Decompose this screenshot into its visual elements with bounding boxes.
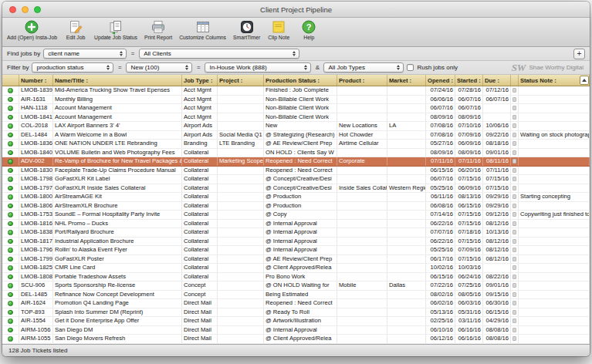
help-button[interactable]: ? Help — [297, 19, 320, 41]
table-row[interactable]: AIR-1554Get it Done Enterprise App Offer… — [2, 317, 590, 326]
job-production-status-cell: @ Client Approved/Relea — [264, 264, 337, 272]
job-product-cell — [337, 220, 387, 228]
job-type-cell: Collateral — [182, 255, 218, 264]
table-row[interactable]: HAN-1118Account ManagementAcct MgmtNon-B… — [2, 104, 590, 113]
table-row[interactable]: LMOB-1798GoFastXLR Kit LabelCollateral@ … — [2, 175, 590, 184]
job-project-cell — [218, 291, 264, 299]
job-type-filter-dropdown[interactable]: All Job Types — [323, 62, 404, 72]
add-find-criteria-button[interactable]: + — [573, 49, 585, 59]
job-production-status-cell: Non-Billable Client Work — [264, 96, 337, 104]
column-header-due[interactable]: Due : — [483, 75, 511, 86]
print-report-button[interactable]: Print Report — [144, 19, 172, 41]
job-number-cell: LMOB-1840 — [19, 149, 53, 157]
customize-columns-button[interactable]: Customize Columns — [179, 19, 226, 41]
table-row[interactable]: LMOB-1817Industrial Application Brochure… — [2, 238, 590, 247]
filter-field-dropdown[interactable]: production status — [32, 62, 113, 72]
job-status-dot-icon — [2, 273, 19, 281]
table-row[interactable]: AIRM-1056San Diego DMDirect Mail@ Intern… — [2, 326, 590, 335]
smarttimer-button[interactable]: SmartTimer — [233, 19, 260, 41]
dropdown-arrows-icon — [105, 65, 111, 70]
scroll-top-button[interactable] — [580, 76, 589, 85]
work-type-filter-dropdown[interactable]: In-House Work (888) — [205, 62, 311, 72]
toolbar-button-label: Print Report — [144, 35, 172, 41]
printer-icon — [151, 19, 166, 35]
job-opened-cell: 06/22/16 — [426, 238, 455, 246]
job-type-cell: Collateral — [182, 273, 218, 281]
table-row[interactable]: DEL-1484A Warm Welcome in a BowlAirport … — [2, 131, 590, 140]
job-product-cell: Airtime Cellular — [337, 140, 387, 148]
edit-job-button[interactable]: Edit Job — [64, 19, 87, 41]
job-market-cell — [387, 193, 426, 201]
job-product-cell — [337, 291, 387, 299]
rush-jobs-checkbox[interactable] — [407, 64, 414, 71]
note-indicator-icon — [511, 86, 519, 95]
table-row[interactable]: LMOB-1840VOLUME Bulletin and Web Photogr… — [2, 149, 590, 158]
table-row[interactable]: TOP-893Splash Into Summer DM (Reprint)Di… — [2, 308, 590, 318]
table-body[interactable]: LMOB-1839Mid-America Trucking Show Trave… — [2, 86, 590, 344]
job-production-status-cell: @ Strategizing (Research) — [264, 131, 337, 140]
table-row[interactable]: LMOB-1836ONE NATION UNDER LTE Rebranding… — [2, 140, 590, 149]
job-number-cell: HAN-1118 — [19, 104, 53, 113]
table-row[interactable]: LMOB-1753SoundE – Formal Hospitality Par… — [2, 211, 590, 220]
job-name-cell: ONE NATION UNDER LTE Rebranding — [53, 140, 182, 148]
table-row[interactable]: LMOB-1800AirStreamAGE KitCollateral@ Pro… — [2, 193, 590, 202]
table-row[interactable]: SCU-906Sports Sponsorship Re-licenseConc… — [2, 281, 590, 291]
job-opened-cell: 06/07/16 — [426, 104, 455, 113]
column-header-opened[interactable]: Opened : — [426, 75, 455, 86]
column-header-note-icon[interactable] — [511, 75, 519, 86]
update-job-status-button[interactable]: Update Job Status — [94, 19, 137, 41]
job-market-cell — [387, 96, 426, 104]
column-header-started[interactable]: Started : — [455, 75, 483, 86]
job-status-dot-icon — [2, 157, 19, 166]
job-market-cell — [387, 113, 426, 122]
table-row[interactable]: LMOB-1808Portable Tradeshow AssetsCollat… — [2, 273, 590, 282]
column-header-number[interactable]: Number : — [19, 75, 53, 86]
job-name-cell: Promotion Q4 Landing Page — [53, 299, 182, 308]
column-header-project[interactable]: Project : — [218, 75, 264, 86]
close-window-icon[interactable] — [9, 6, 16, 13]
zoom-window-icon[interactable] — [34, 6, 41, 13]
table-row[interactable]: AIR-1624Promotion Q4 Landing PageDirect … — [2, 299, 590, 308]
column-header-name[interactable]: Name/Title : — [53, 75, 182, 86]
column-header-status-dot[interactable] — [2, 75, 19, 86]
table-row[interactable]: LMOB-1806AirStreamXLR BrochureCollateral… — [2, 202, 590, 211]
table-row[interactable]: AIR-1631Monthly BillingAcct MgmtNon-Bill… — [2, 96, 590, 105]
table-row[interactable]: LMOB-1816NHL Promo – DucksCollateral@ In… — [2, 220, 590, 229]
column-header-production-status[interactable]: Production Status : — [264, 75, 337, 86]
table-row[interactable]: LMOB-1838Port/Railyard BrochureCollatera… — [2, 228, 590, 238]
table-row[interactable]: LMOB-1841Account ManagementAcct MgmtNon-… — [2, 113, 590, 123]
clip-note-button[interactable]: Clip Note — [267, 19, 290, 41]
note-indicator-icon — [511, 140, 519, 148]
window-controls — [9, 6, 41, 13]
job-due-cell: 07/12/16 — [483, 86, 511, 95]
column-header-market[interactable]: Market : — [387, 75, 426, 86]
find-field-dropdown[interactable]: client name — [43, 49, 127, 59]
table-row[interactable]: LMOB-1799GoFastXLR PosterCollateral@ AE … — [2, 255, 590, 265]
job-started-cell: 06/03/16 — [455, 299, 483, 308]
table-row[interactable]: COL-2018LAX Airport Banners 3' 4'Airport… — [2, 122, 590, 131]
find-bar: Find jobs by client name = All Clients + — [2, 47, 590, 61]
job-project-cell — [218, 317, 264, 325]
status-filter-dropdown[interactable]: New (100) — [126, 62, 192, 72]
job-number-cell: AIR-1554 — [19, 317, 53, 325]
job-status-note-cell — [519, 281, 590, 290]
column-header-product[interactable]: Product : — [337, 75, 387, 86]
note-indicator-icon — [511, 220, 519, 228]
title-bar[interactable]: Client Project Pipeline — [2, 2, 590, 18]
table-row[interactable]: LMOB-1797GoFastXLR Inside Sales Collater… — [2, 184, 590, 194]
add-insta-job-button[interactable]: Add (Open) Insta-Job — [7, 19, 57, 41]
job-name-cell: Monthly Billing — [53, 96, 182, 104]
job-product-cell — [337, 228, 387, 237]
table-row[interactable]: DEL-1485Refinance Now Concept Developmen… — [2, 291, 590, 300]
find-value-dropdown[interactable]: All Clients — [139, 49, 299, 59]
table-row[interactable]: AIRM-1055San Diego Movers RefreshDirect … — [2, 335, 590, 344]
minimize-window-icon[interactable] — [22, 6, 29, 13]
table-row[interactable]: LMOB-1825CMR Line CardCollateral@ Client… — [2, 264, 590, 273]
table-row[interactable]: LMOB-1839Mid-America Trucking Show Trave… — [2, 86, 590, 96]
table-row[interactable]: ADV-002Re-Vamp of Brochure for New Trave… — [2, 157, 590, 167]
table-row[interactable]: LMOB-1830Faceplate Trade-Up Claims Proce… — [2, 167, 590, 176]
column-header-job-type[interactable]: Job Type : — [182, 75, 218, 86]
table-row[interactable]: LMOB-1796Rollin' to Alaska Event FlyerCo… — [2, 246, 590, 255]
note-indicator-icon — [511, 202, 519, 211]
note-indicator-icon — [511, 184, 519, 193]
